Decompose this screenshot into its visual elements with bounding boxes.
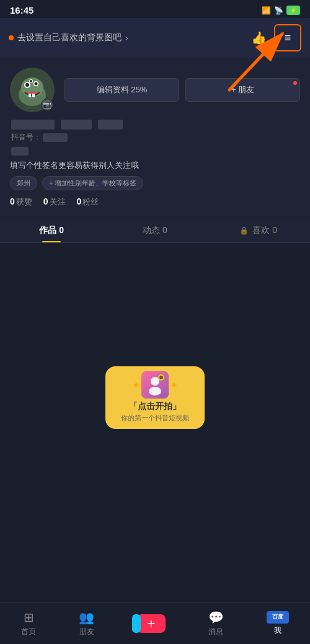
tags-row: 郑州 + 增加性别年龄、学校等标签 bbox=[10, 176, 300, 190]
tag-add-info[interactable]: + 增加性别年龄、学校等标签 bbox=[42, 176, 143, 190]
svg-point-14 bbox=[149, 387, 161, 395]
sparkle-left: ✦ bbox=[132, 379, 140, 391]
banner-chevron: › bbox=[125, 33, 128, 43]
nav-add[interactable]: + bbox=[131, 611, 172, 637]
tab-activity[interactable]: 动态 0 bbox=[104, 218, 207, 242]
notification-dot bbox=[293, 81, 297, 85]
id-value-block bbox=[43, 133, 68, 142]
avatar-container[interactable]: 📷 bbox=[10, 68, 55, 112]
status-icons: 📶 📡 ⚡ bbox=[262, 6, 300, 15]
nav-friends[interactable]: 👥 朋友 bbox=[73, 606, 100, 641]
status-bar: 16:45 📶 📡 ⚡ bbox=[0, 0, 310, 18]
banner-label: 去设置自己喜欢的背景图吧 bbox=[17, 32, 122, 43]
svg-point-16 bbox=[159, 376, 163, 379]
stat-likes[interactable]: 0 获赞 bbox=[10, 196, 32, 208]
content-area: ✦ ✦ bbox=[0, 243, 310, 441]
stats-row: 0 获赞 0 关注 0 粉丝 bbox=[10, 196, 300, 208]
name-block-1 bbox=[11, 120, 55, 130]
banner-text[interactable]: 去设置自己喜欢的背景图吧 › bbox=[9, 32, 128, 43]
card-thumbnail bbox=[141, 371, 169, 399]
profile-section: 📷 编辑资料 25% + 朋友 抖音号： 填写个性签名更容易获得别人关注哦 郑州… bbox=[0, 58, 310, 216]
status-time: 16:45 bbox=[10, 5, 33, 15]
tabs-bar: 作品 0 动态 0 🔒 喜欢 0 bbox=[0, 218, 310, 243]
dot-indicator bbox=[9, 35, 14, 40]
signal-icon: 📶 bbox=[262, 6, 271, 15]
svg-point-9 bbox=[30, 80, 32, 82]
svg-point-7 bbox=[35, 82, 38, 86]
card-subtitle: 你的第一个抖音短视频 bbox=[113, 413, 197, 423]
svg-rect-10 bbox=[29, 94, 31, 97]
douyin-id-row: 抖音号： bbox=[11, 132, 299, 143]
battery-icon: ⚡ bbox=[286, 6, 300, 15]
nav-me[interactable]: 百度 我 bbox=[260, 607, 295, 640]
name-block-2 bbox=[61, 120, 92, 130]
tab-likes[interactable]: 🔒 喜欢 0 bbox=[206, 218, 310, 242]
baidu-logo: 百度 bbox=[267, 611, 289, 624]
nav-me-label: 我 bbox=[274, 625, 281, 636]
plus-icon: + bbox=[148, 615, 156, 632]
thumb-icon[interactable]: 👍 bbox=[251, 30, 267, 45]
nav-home[interactable]: ⊞ 首页 bbox=[15, 606, 42, 641]
svg-point-5 bbox=[25, 83, 29, 87]
sparkle-right: ✦ bbox=[170, 379, 178, 391]
messages-icon: 💬 bbox=[208, 610, 224, 625]
add-friend-button[interactable]: + 朋友 bbox=[185, 78, 300, 102]
svg-rect-11 bbox=[32, 94, 35, 97]
menu-button[interactable]: ≡ bbox=[274, 24, 301, 51]
top-banner: 去设置自己喜欢的背景图吧 › 👍 ≡ bbox=[0, 18, 310, 58]
username-area: 抖音号： bbox=[10, 120, 300, 156]
username-row bbox=[11, 120, 299, 130]
tag-location[interactable]: 郑州 bbox=[10, 176, 37, 190]
wifi-icon: 📡 bbox=[274, 6, 283, 15]
home-icon: ⊞ bbox=[24, 610, 34, 625]
profile-buttons: 编辑资料 25% + 朋友 bbox=[64, 78, 300, 102]
add-button[interactable]: + bbox=[137, 614, 166, 633]
friends-icon: 👥 bbox=[79, 610, 94, 625]
svg-point-13 bbox=[151, 377, 159, 386]
profile-top: 📷 编辑资料 25% + 朋友 bbox=[10, 68, 300, 112]
card-title: 「点击开拍」 bbox=[113, 401, 197, 412]
lock-icon: 🔒 bbox=[239, 226, 249, 235]
stat-following[interactable]: 0 关注 bbox=[43, 196, 66, 208]
bottom-nav: ⊞ 首页 👥 朋友 + 💬 消息 百度 我 bbox=[0, 602, 310, 644]
extra-block bbox=[11, 147, 29, 156]
camera-badge: 📷 bbox=[41, 99, 53, 111]
start-shoot-card[interactable]: ✦ ✦ bbox=[105, 366, 205, 429]
banner-right-icons: 👍 ≡ bbox=[251, 24, 301, 51]
nav-home-label: 首页 bbox=[21, 627, 36, 637]
edit-profile-button[interactable]: 编辑资料 25% bbox=[64, 78, 179, 102]
stat-fans[interactable]: 0 粉丝 bbox=[77, 196, 99, 208]
bio-text: 填写个性签名更容易获得别人关注哦 bbox=[10, 160, 300, 171]
nav-messages-label: 消息 bbox=[208, 627, 223, 637]
nav-friends-label: 朋友 bbox=[79, 627, 94, 637]
name-block-3 bbox=[98, 120, 123, 130]
card-emoji-row: ✦ ✦ bbox=[113, 371, 197, 399]
tab-works[interactable]: 作品 0 bbox=[0, 218, 104, 242]
nav-messages[interactable]: 💬 消息 bbox=[202, 606, 230, 641]
